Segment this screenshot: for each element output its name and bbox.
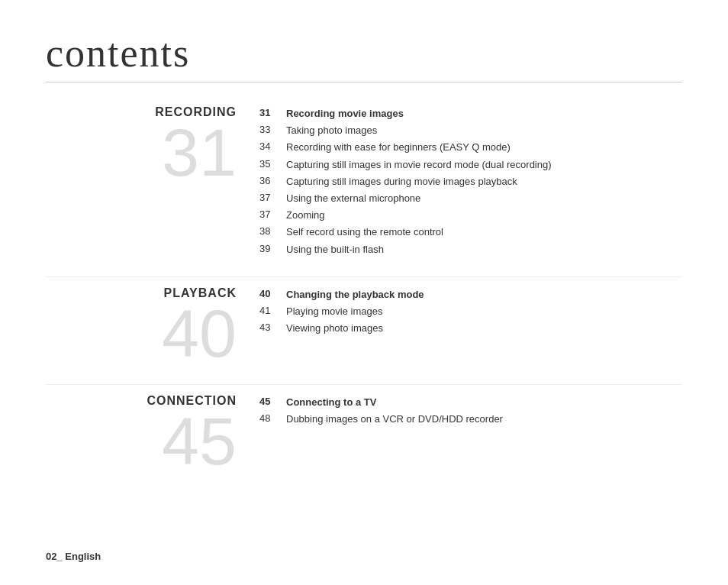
section-entries-recording: 31Recording movie images33Taking photo i… — [259, 105, 682, 260]
entry-text-connection-0: Connecting to a TV — [286, 396, 376, 409]
entry-page-playback-2: 43 — [259, 322, 286, 333]
entry-page-playback-1: 41 — [259, 305, 286, 316]
entry-recording-7: 38Self record using the remote control — [259, 225, 682, 239]
entry-text-playback-1: Playing movie images — [286, 305, 382, 318]
entry-recording-5: 37Using the external microphone — [259, 192, 682, 205]
entry-playback-1: 41Playing movie images — [259, 305, 682, 318]
entry-text-recording-5: Using the external microphone — [286, 192, 420, 205]
section-number-playback: 40 — [162, 300, 237, 367]
section-left-recording: RECORDING31 — [46, 105, 259, 186]
section-number-recording: 31 — [162, 119, 237, 186]
section-entries-playback: 40Changing the playback mode41Playing mo… — [259, 286, 682, 339]
entry-recording-2: 34Recording with ease for beginners (EAS… — [259, 141, 682, 154]
section-connection: CONNECTION4545Connecting to a TV48Dubbin… — [46, 394, 682, 475]
entry-page-recording-2: 34 — [259, 141, 286, 152]
page: contents RECORDING3131Recording movie im… — [0, 0, 728, 585]
entry-text-recording-0: Recording movie images — [286, 107, 404, 121]
entry-connection-0: 45Connecting to a TV — [259, 396, 682, 409]
divider-1 — [46, 384, 682, 385]
content-area: RECORDING3131Recording movie images33Tak… — [46, 105, 682, 483]
entry-recording-8: 39Using the built-in flash — [259, 243, 682, 257]
entry-page-playback-0: 40 — [259, 288, 286, 299]
entry-text-recording-6: Zooming — [286, 208, 325, 222]
entry-recording-0: 31Recording movie images — [259, 107, 682, 121]
entry-text-recording-2: Recording with ease for beginners (EASY … — [286, 141, 511, 154]
entry-text-recording-7: Self record using the remote control — [286, 225, 443, 239]
entry-page-connection-1: 48 — [259, 412, 286, 424]
entry-page-recording-6: 37 — [259, 208, 286, 220]
section-number-connection: 45 — [162, 408, 237, 475]
entry-page-recording-0: 31 — [259, 107, 286, 118]
entry-playback-2: 43Viewing photo images — [259, 322, 682, 335]
entry-text-recording-8: Using the built-in flash — [286, 243, 384, 257]
entry-text-connection-1: Dubbing images on a VCR or DVD/HDD recor… — [286, 412, 503, 426]
entry-connection-1: 48Dubbing images on a VCR or DVD/HDD rec… — [259, 412, 682, 426]
entry-text-recording-1: Taking photo images — [286, 124, 377, 137]
entry-page-recording-4: 36 — [259, 175, 286, 186]
section-recording: RECORDING3131Recording movie images33Tak… — [46, 105, 682, 260]
footer-label: 02_ English — [46, 551, 101, 562]
page-title: contents — [46, 31, 682, 82]
entry-page-recording-5: 37 — [259, 192, 286, 203]
entry-text-recording-3: Capturing still images in movie record m… — [286, 158, 552, 172]
section-left-playback: PLAYBACK40 — [46, 286, 259, 367]
entry-page-connection-0: 45 — [259, 396, 286, 407]
section-left-connection: CONNECTION45 — [46, 394, 259, 475]
entry-text-playback-0: Changing the playback mode — [286, 288, 424, 302]
entry-recording-3: 35Capturing still images in movie record… — [259, 158, 682, 172]
entry-text-playback-2: Viewing photo images — [286, 322, 383, 335]
entry-playback-0: 40Changing the playback mode — [259, 288, 682, 302]
entry-recording-6: 37Zooming — [259, 208, 682, 222]
entry-page-recording-1: 33 — [259, 124, 286, 135]
section-playback: PLAYBACK4040Changing the playback mode41… — [46, 286, 682, 367]
divider-0 — [46, 276, 682, 277]
entry-recording-1: 33Taking photo images — [259, 124, 682, 137]
section-entries-connection: 45Connecting to a TV48Dubbing images on … — [259, 394, 682, 429]
entry-recording-4: 36Capturing still images during movie im… — [259, 175, 682, 189]
entry-page-recording-8: 39 — [259, 243, 286, 254]
entry-page-recording-7: 38 — [259, 225, 286, 237]
entry-page-recording-3: 35 — [259, 158, 286, 170]
entry-text-recording-4: Capturing still images during movie imag… — [286, 175, 517, 189]
